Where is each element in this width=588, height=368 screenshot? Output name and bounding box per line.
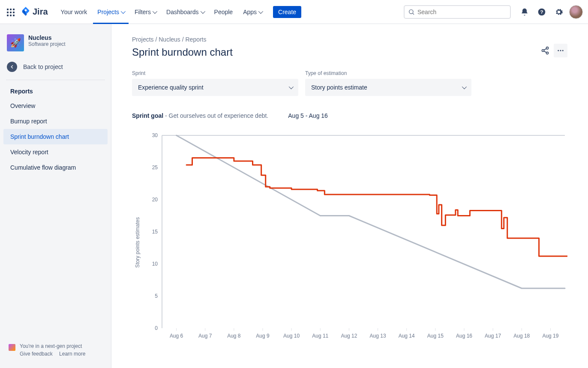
nav-item-filters[interactable]: Filters: [130, 7, 160, 17]
y-tick-label: 10: [152, 261, 158, 267]
nav-item-label: People: [214, 9, 233, 15]
x-tick-label: Aug 8: [227, 333, 241, 339]
sidebar-item-sprint-burndown-chart[interactable]: Sprint burndown chart: [3, 129, 108, 144]
svg-point-11: [562, 50, 564, 51]
y-tick-label: 5: [155, 293, 158, 299]
chevron-down-icon: [200, 9, 205, 13]
help-icon[interactable]: ?: [535, 5, 549, 19]
x-tick-label: Aug 13: [370, 333, 386, 339]
sprint-goal-label: Sprint goal: [132, 112, 163, 119]
settings-icon[interactable]: [552, 5, 566, 19]
x-tick-label: Aug 16: [456, 333, 472, 339]
svg-line-7: [544, 48, 546, 50]
x-tick-label: Aug 9: [256, 333, 270, 339]
project-icon: 🚀: [7, 34, 24, 51]
x-tick-label: Aug 17: [485, 333, 501, 339]
svg-point-6: [546, 52, 549, 54]
footer-info-text: You're in a next-gen project: [20, 343, 90, 349]
jira-logo[interactable]: Jira: [21, 7, 48, 17]
chart-y-axis-label: Story points estimates: [132, 131, 141, 354]
search-input[interactable]: [404, 5, 511, 19]
x-tick-label: Aug 7: [198, 333, 212, 339]
svg-line-8: [544, 51, 546, 52]
breadcrumb[interactable]: Projects / Nucleus / Reports: [132, 36, 567, 43]
nextgen-icon: [9, 344, 15, 351]
sidebar-item-velocity-report[interactable]: Velocity report: [3, 144, 108, 160]
chevron-down-icon: [289, 84, 294, 89]
svg-point-9: [558, 50, 559, 51]
sidebar-section-reports[interactable]: Reports: [3, 84, 108, 98]
svg-point-5: [542, 50, 544, 52]
chevron-down-icon: [121, 9, 126, 13]
nav-item-label: Projects: [97, 9, 119, 15]
jira-logo-text: Jira: [33, 7, 48, 17]
x-tick-label: Aug 15: [427, 333, 444, 339]
sprint-select-value: Experience quality sprint: [138, 84, 204, 91]
sidebar-item-burnup-report[interactable]: Burnup report: [3, 114, 108, 129]
nav-item-apps[interactable]: Apps: [239, 7, 266, 17]
nav-item-label: Filters: [135, 9, 151, 15]
x-tick-label: Aug 11: [312, 333, 328, 339]
x-tick-label: Aug 12: [341, 333, 357, 339]
nav-item-your-work[interactable]: Your work: [57, 7, 92, 17]
nav-item-projects[interactable]: Projects: [93, 7, 129, 17]
x-tick-label: Aug 19: [542, 333, 558, 339]
sprint-goal-text: - Get ourselves out of experience debt.: [163, 112, 268, 119]
more-actions-button[interactable]: [554, 44, 567, 57]
sidebar-item-cumulative-flow-diagram[interactable]: Cumulative flow diagram: [3, 160, 108, 175]
estimation-filter-label: Type of estimation: [305, 70, 471, 76]
chevron-down-icon: [153, 9, 157, 13]
nav-item-dashboards[interactable]: Dashboards: [162, 7, 208, 17]
back-to-project-link[interactable]: Back to project: [3, 57, 108, 76]
project-name: Nucleus: [28, 34, 66, 41]
share-button[interactable]: [538, 44, 552, 57]
svg-line-1: [413, 13, 414, 15]
nav-item-people[interactable]: People: [210, 7, 237, 17]
nav-item-label: Dashboards: [166, 9, 199, 15]
sprint-date-range: Aug 5 - Aug 16: [288, 112, 328, 119]
sidebar-item-overview[interactable]: Overview: [3, 98, 108, 114]
sprint-filter-label: Sprint: [132, 70, 298, 76]
notifications-icon[interactable]: [518, 5, 531, 19]
x-tick-label: Aug 10: [283, 333, 300, 339]
back-label: Back to project: [23, 63, 63, 70]
create-button[interactable]: Create: [273, 6, 301, 18]
svg-point-4: [546, 47, 549, 49]
svg-point-0: [409, 9, 413, 13]
estimation-select[interactable]: Story points estimate: [305, 79, 471, 96]
chevron-down-icon: [462, 84, 467, 89]
search-icon: [408, 9, 415, 15]
app-switcher-icon[interactable]: [5, 7, 15, 17]
svg-point-10: [560, 50, 561, 51]
series-guideline: [177, 135, 565, 288]
y-tick-label: 15: [152, 229, 158, 235]
user-avatar[interactable]: [569, 5, 583, 19]
nav-item-label: Apps: [243, 9, 257, 15]
learn-more-link[interactable]: Learn more: [59, 351, 85, 357]
project-type: Software project: [28, 41, 66, 47]
x-tick-label: Aug 18: [513, 333, 530, 339]
search-field[interactable]: [417, 9, 507, 15]
estimation-select-value: Story points estimate: [311, 84, 367, 91]
y-tick-label: 0: [155, 325, 158, 331]
sprint-select[interactable]: Experience quality sprint: [132, 79, 298, 96]
x-tick-label: Aug 6: [170, 333, 183, 339]
y-tick-label: 20: [152, 197, 158, 203]
y-tick-label: 30: [152, 132, 158, 138]
back-arrow-icon: [7, 62, 17, 72]
x-tick-label: Aug 14: [399, 333, 415, 339]
give-feedback-link[interactable]: Give feedback: [20, 351, 53, 357]
chevron-down-icon: [258, 9, 263, 13]
svg-text:?: ?: [540, 9, 543, 15]
page-title: Sprint burndown chart: [132, 46, 233, 58]
nav-item-label: Your work: [61, 9, 87, 15]
y-tick-label: 25: [152, 165, 158, 171]
burndown-chart: 051015202530Aug 6Aug 7Aug 8Aug 9Aug 10Au…: [141, 131, 567, 354]
